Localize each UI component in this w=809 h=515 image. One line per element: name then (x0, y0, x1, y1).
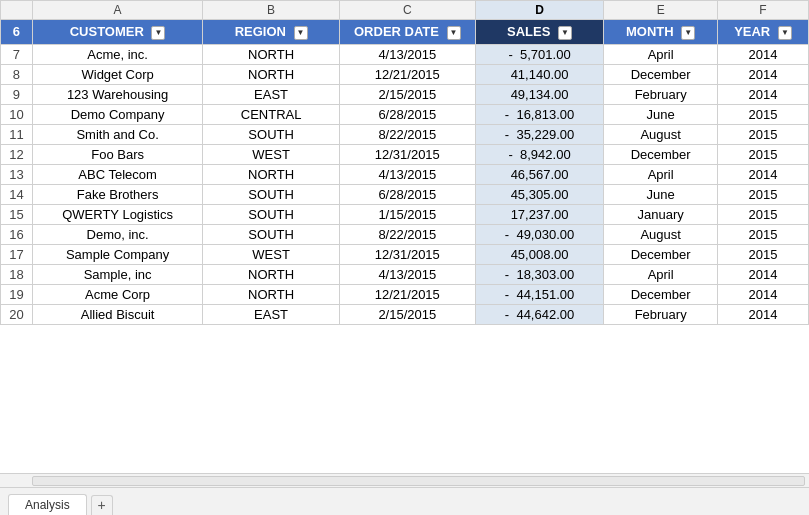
cell-region[interactable]: SOUTH (203, 184, 339, 204)
cell-region[interactable]: NORTH (203, 264, 339, 284)
cell-region[interactable]: NORTH (203, 44, 339, 64)
cell-order-date[interactable]: 8/22/2015 (339, 224, 475, 244)
cell-year[interactable]: 2014 (718, 64, 809, 84)
cell-sales[interactable]: 17,237.00 (475, 204, 603, 224)
cell-customer[interactable]: Acme Corp (32, 284, 203, 304)
row-num: 8 (1, 64, 33, 84)
cell-month[interactable]: February (604, 84, 718, 104)
add-sheet-button[interactable]: + (91, 495, 113, 515)
cell-sales[interactable]: - 5,701.00 (475, 44, 603, 64)
cell-year[interactable]: 2015 (718, 104, 809, 124)
cell-customer[interactable]: Demo, inc. (32, 224, 203, 244)
horizontal-scrollbar[interactable] (0, 473, 809, 487)
cell-month[interactable]: April (604, 264, 718, 284)
cell-year[interactable]: 2014 (718, 264, 809, 284)
cell-year[interactable]: 2015 (718, 124, 809, 144)
cell-order-date[interactable]: 12/21/2015 (339, 64, 475, 84)
cell-sales[interactable]: - 18,303.00 (475, 264, 603, 284)
cell-sales[interactable]: - 16,813.00 (475, 104, 603, 124)
cell-sales[interactable]: 45,305.00 (475, 184, 603, 204)
cell-month[interactable]: April (604, 44, 718, 64)
cell-order-date[interactable]: 1/15/2015 (339, 204, 475, 224)
cell-order-date[interactable]: 12/31/2015 (339, 244, 475, 264)
cell-customer[interactable]: Widget Corp (32, 64, 203, 84)
cell-sales[interactable]: 46,567.00 (475, 164, 603, 184)
sales-filter-btn[interactable] (558, 26, 572, 40)
cell-month[interactable]: December (604, 144, 718, 164)
cell-customer[interactable]: Acme, inc. (32, 44, 203, 64)
cell-region[interactable]: SOUTH (203, 124, 339, 144)
cell-year[interactable]: 2015 (718, 224, 809, 244)
cell-region[interactable]: EAST (203, 84, 339, 104)
cell-customer[interactable]: Demo Company (32, 104, 203, 124)
cell-month[interactable]: February (604, 304, 718, 324)
cell-region[interactable]: CENTRAL (203, 104, 339, 124)
cell-sales[interactable]: - 49,030.00 (475, 224, 603, 244)
cell-sales[interactable]: 49,134.00 (475, 84, 603, 104)
cell-month[interactable]: December (604, 284, 718, 304)
cell-order-date[interactable]: 2/15/2015 (339, 84, 475, 104)
sheet-tab-analysis[interactable]: Analysis (8, 494, 87, 515)
cell-month[interactable]: December (604, 64, 718, 84)
cell-year[interactable]: 2015 (718, 204, 809, 224)
table-header-row: 6 CUSTOMER REGION ORDER DATE SALES (1, 20, 809, 45)
cell-region[interactable]: SOUTH (203, 204, 339, 224)
cell-year[interactable]: 2015 (718, 144, 809, 164)
cell-month[interactable]: August (604, 224, 718, 244)
cell-order-date[interactable]: 8/22/2015 (339, 124, 475, 144)
cell-customer[interactable]: 123 Warehousing (32, 84, 203, 104)
cell-order-date[interactable]: 2/15/2015 (339, 304, 475, 324)
cell-month[interactable]: April (604, 164, 718, 184)
row-num: 17 (1, 244, 33, 264)
order-date-filter-btn[interactable] (447, 26, 461, 40)
header-order-date: ORDER DATE (339, 20, 475, 45)
cell-customer[interactable]: ABC Telecom (32, 164, 203, 184)
cell-month[interactable]: June (604, 104, 718, 124)
cell-customer[interactable]: Foo Bars (32, 144, 203, 164)
cell-month[interactable]: January (604, 204, 718, 224)
customer-filter-btn[interactable] (151, 26, 165, 40)
cell-region[interactable]: NORTH (203, 164, 339, 184)
cell-year[interactable]: 2015 (718, 184, 809, 204)
cell-month[interactable]: December (604, 244, 718, 264)
cell-customer[interactable]: Smith and Co. (32, 124, 203, 144)
cell-year[interactable]: 2014 (718, 284, 809, 304)
cell-order-date[interactable]: 4/13/2015 (339, 264, 475, 284)
cell-order-date[interactable]: 4/13/2015 (339, 44, 475, 64)
cell-sales[interactable]: - 8,942.00 (475, 144, 603, 164)
row-num: 15 (1, 204, 33, 224)
cell-customer[interactable]: Sample Company (32, 244, 203, 264)
cell-sales[interactable]: 41,140.00 (475, 64, 603, 84)
cell-region[interactable]: EAST (203, 304, 339, 324)
cell-order-date[interactable]: 6/28/2015 (339, 184, 475, 204)
region-filter-btn[interactable] (294, 26, 308, 40)
cell-order-date[interactable]: 12/31/2015 (339, 144, 475, 164)
cell-month[interactable]: June (604, 184, 718, 204)
month-filter-btn[interactable] (681, 26, 695, 40)
cell-year[interactable]: 2014 (718, 84, 809, 104)
year-filter-btn[interactable] (778, 26, 792, 40)
cell-sales[interactable]: 45,008.00 (475, 244, 603, 264)
cell-sales[interactable]: - 44,151.00 (475, 284, 603, 304)
cell-order-date[interactable]: 6/28/2015 (339, 104, 475, 124)
cell-customer[interactable]: Sample, inc (32, 264, 203, 284)
cell-year[interactable]: 2014 (718, 164, 809, 184)
cell-region[interactable]: WEST (203, 144, 339, 164)
cell-customer[interactable]: QWERTY Logistics (32, 204, 203, 224)
cell-order-date[interactable]: 4/13/2015 (339, 164, 475, 184)
cell-region[interactable]: WEST (203, 244, 339, 264)
cell-year[interactable]: 2015 (718, 244, 809, 264)
cell-region[interactable]: SOUTH (203, 224, 339, 244)
cell-order-date[interactable]: 12/21/2015 (339, 284, 475, 304)
cell-sales[interactable]: - 35,229.00 (475, 124, 603, 144)
cell-customer[interactable]: Fake Brothers (32, 184, 203, 204)
cell-year[interactable]: 2014 (718, 44, 809, 64)
cell-month[interactable]: August (604, 124, 718, 144)
row-num: 9 (1, 84, 33, 104)
cell-customer[interactable]: Allied Biscuit (32, 304, 203, 324)
cell-sales[interactable]: - 44,642.00 (475, 304, 603, 324)
cell-region[interactable]: NORTH (203, 284, 339, 304)
cell-year[interactable]: 2014 (718, 304, 809, 324)
cell-region[interactable]: NORTH (203, 64, 339, 84)
col-header-b: B (203, 1, 339, 20)
